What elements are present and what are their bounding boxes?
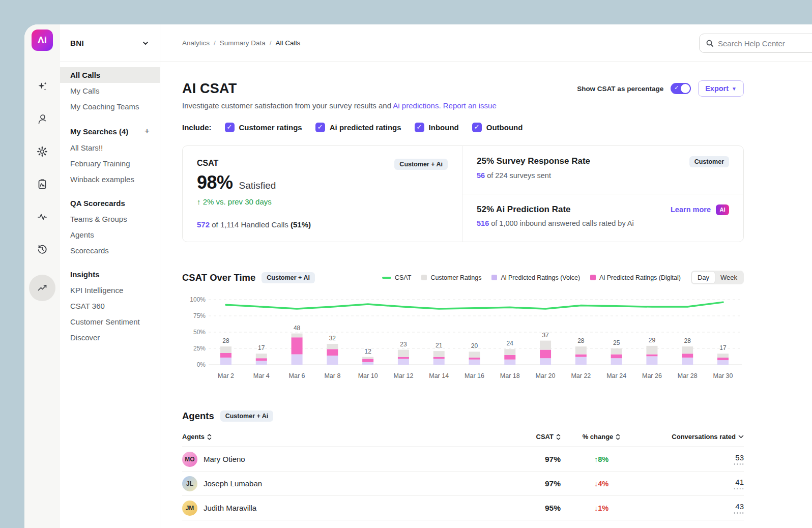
bar-mar-26[interactable]: [646, 346, 657, 365]
sidebar-item-all-calls[interactable]: All Calls: [60, 67, 160, 83]
app-window: Λi BNI: [24, 24, 812, 528]
bar-mar-2[interactable]: [220, 346, 231, 365]
scorecard-clipboard-icon[interactable]: [35, 177, 49, 191]
avatar: JM: [182, 501, 197, 516]
x-axis-label: Mar 4: [253, 372, 270, 379]
bar-mar-12[interactable]: [398, 350, 409, 365]
main-area: Analytics / Summary Data / All Calls AI …: [160, 24, 812, 528]
column-header-conversations-rated[interactable]: Conversations rated: [642, 433, 744, 441]
sidebar-item-winback-examples[interactable]: Winback examples: [60, 171, 160, 187]
bar-mar-16[interactable]: [469, 351, 480, 365]
bar-mar-28[interactable]: [682, 346, 693, 365]
agent-change: ↑8%: [561, 455, 642, 463]
sidebar-item-agents[interactable]: Agents: [60, 227, 160, 243]
sidebar-item-csat-360[interactable]: CSAT 360: [60, 298, 160, 314]
bar-mar-22[interactable]: [575, 346, 587, 365]
sidebar-item-my-calls[interactable]: My Calls: [60, 83, 160, 99]
x-axis-label: Mar 28: [678, 372, 698, 379]
y-axis-label: 0%: [197, 361, 206, 368]
agent-row-judith-maravilla[interactable]: JMJudith Maravilla95%↓1%43: [182, 496, 744, 520]
help-search[interactable]: [699, 34, 812, 53]
activity-pulse-icon[interactable]: [35, 210, 49, 224]
legend-ai-predicted-ratings-voice[interactable]: Ai Predicted Ratings (Voice): [491, 274, 580, 281]
ai-rated-link[interactable]: 516: [477, 219, 489, 227]
y-axis-label: 25%: [193, 345, 206, 352]
agents-section: Agents Customer + Ai AgentsCSAT% changeC…: [182, 410, 744, 520]
x-axis-label: Mar 6: [289, 372, 305, 379]
x-axis-label: Mar 22: [571, 372, 591, 379]
include-label: Include:: [182, 123, 212, 132]
handled-calls-link[interactable]: 572: [197, 220, 210, 229]
legend-ai-predicted-ratings-digital[interactable]: Ai Predicted Ratings (Digital): [590, 274, 681, 281]
bar-mar-14[interactable]: [433, 351, 445, 365]
filter-ai-predicted-ratings[interactable]: Ai predicted ratings: [315, 123, 401, 132]
checkbox-checked-icon[interactable]: [315, 123, 325, 132]
bar-value-label: 20: [471, 342, 478, 349]
checkbox-checked-icon[interactable]: [472, 123, 482, 132]
x-axis-label: Mar 12: [393, 372, 413, 379]
agent-row-mary-otieno[interactable]: MOMary Otieno97%↑8%53: [182, 447, 744, 472]
x-axis-label: Mar 8: [324, 372, 340, 379]
csat-percentage-toggle[interactable]: [671, 83, 691, 94]
agent-row-joseph-lumaban[interactable]: JLJoseph Lumaban97%↓4%41: [182, 472, 744, 496]
app-logo[interactable]: Λi: [32, 30, 53, 51]
breadcrumb-analytics[interactable]: Analytics: [182, 39, 210, 47]
sidebar-header-insights[interactable]: Insights: [60, 267, 160, 282]
range-day-button[interactable]: Day: [692, 272, 715, 283]
agent-conversations: 41: [735, 478, 744, 486]
sidebar-item-kpi-intelligence[interactable]: KPI Intelligence: [60, 282, 160, 298]
avatar: JL: [182, 476, 197, 491]
sidebar-item-scorecards[interactable]: Scorecards: [60, 243, 160, 258]
ai-predictions-link[interactable]: Ai predictions.: [393, 101, 441, 110]
column-header-agents[interactable]: Agents: [182, 433, 505, 441]
settings-gear-icon[interactable]: [35, 144, 49, 159]
column-header-change[interactable]: % change: [561, 433, 642, 441]
add-search-button[interactable]: +: [144, 126, 150, 136]
legend-customer-ratings[interactable]: Customer Ratings: [421, 274, 481, 281]
y-axis-label: 75%: [193, 312, 206, 319]
x-axis-label: Mar 26: [642, 372, 662, 379]
sidebar-item-teams-groups[interactable]: Teams & Groups: [60, 211, 160, 227]
csat-value-suffix: Satisfied: [239, 180, 276, 191]
report-issue-link[interactable]: Report an issue: [443, 101, 497, 110]
sidebar-item-my-coaching-teams[interactable]: My Coaching Teams: [60, 99, 160, 114]
bar-mar-10[interactable]: [362, 357, 373, 365]
learn-more-link[interactable]: Learn more: [671, 206, 711, 214]
analytics-trend-icon[interactable]: [29, 275, 55, 301]
bar-value-label: 28: [222, 337, 229, 344]
bar-mar-30[interactable]: [717, 354, 729, 365]
search-input[interactable]: [718, 39, 812, 48]
sidebar-header-my-searches-4[interactable]: My Searches (4)+: [60, 123, 160, 140]
surveys-link[interactable]: 56: [477, 171, 485, 180]
history-clock-icon[interactable]: [35, 242, 49, 256]
bar-mar-20[interactable]: [540, 341, 551, 365]
checkbox-checked-icon[interactable]: [415, 123, 424, 132]
ai-sparkles-icon[interactable]: [35, 79, 49, 94]
sidebar-item-customer-sentiment[interactable]: Customer Sentiment: [60, 314, 160, 330]
sidebar-header-qa-scorecards[interactable]: QA Scorecards: [60, 195, 160, 211]
filter-inbound[interactable]: Inbound: [415, 123, 459, 132]
legend-csat[interactable]: CSAT: [382, 274, 411, 281]
bar-mar-24[interactable]: [611, 348, 622, 365]
export-button[interactable]: Export▼: [698, 80, 744, 97]
range-week-button[interactable]: Week: [715, 272, 743, 283]
bar-mar-4[interactable]: [256, 354, 267, 365]
chevron-down-icon: [141, 39, 150, 47]
legend-swatch: [590, 275, 596, 280]
filter-outbound[interactable]: Outbound: [472, 123, 523, 132]
sidebar-item-all-stars[interactable]: All Stars!!: [60, 140, 160, 156]
bar-value-label: 23: [400, 341, 407, 348]
workspace-selector[interactable]: BNI: [60, 24, 160, 62]
sidebar-item-february-training[interactable]: February Training: [60, 156, 160, 171]
sidebar-item-discover[interactable]: Discover: [60, 330, 160, 345]
breadcrumb-summary-data[interactable]: Summary Data: [220, 39, 266, 47]
user-icon[interactable]: [35, 112, 49, 126]
bar-mar-8[interactable]: [327, 344, 338, 365]
filter-customer-ratings[interactable]: Customer ratings: [225, 123, 302, 132]
bar-mar-6[interactable]: [292, 334, 303, 365]
csat-card-title: CSAT: [197, 159, 218, 168]
column-header-csat[interactable]: CSAT: [505, 433, 561, 441]
checkbox-checked-icon[interactable]: [225, 123, 235, 132]
bar-mar-18[interactable]: [504, 349, 515, 365]
breadcrumb-separator: /: [214, 39, 216, 47]
